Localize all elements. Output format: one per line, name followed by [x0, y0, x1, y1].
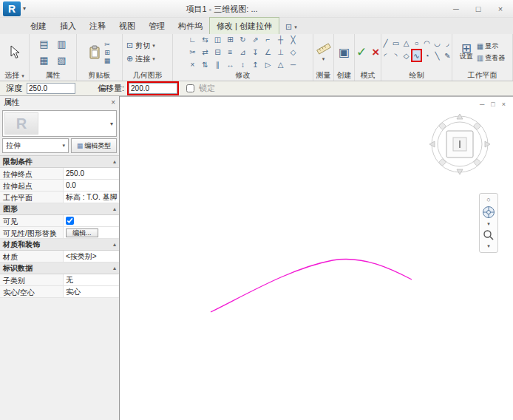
modify-tool-icon[interactable]: ↧ [250, 47, 261, 58]
property-value[interactable]: 无 [64, 274, 119, 285]
section-identity-data[interactable]: 标识数据 ▴ [0, 262, 119, 274]
modify-tool-icon[interactable]: ⊿ [237, 47, 248, 58]
modify-tool-icon[interactable]: ┼ [275, 34, 286, 45]
modify-tool-icon[interactable]: ⇅ [200, 59, 211, 70]
modify-tool-icon[interactable]: ↔ [225, 59, 236, 70]
tab-create[interactable]: 创建 [24, 18, 53, 34]
modify-tool-icon[interactable]: ∠ [262, 47, 274, 58]
property-value[interactable]: 标高 : T.O. 基脚 [64, 192, 119, 203]
minimize-button[interactable]: ─ [445, 1, 467, 17]
rectangle-tool[interactable]: ▭ [391, 37, 401, 49]
line-tool[interactable]: ╱ [381, 37, 390, 49]
section-graphics[interactable]: 图形 ▴ [0, 203, 119, 215]
modify-tool-icon[interactable]: ∥ [212, 59, 223, 70]
arc-tool[interactable]: ◝ [391, 50, 401, 61]
center-arc-tool[interactable]: ◡ [432, 37, 442, 49]
family-category-icon[interactable]: ▧ [53, 52, 71, 69]
close-button[interactable]: × [489, 1, 512, 17]
lock-checkbox[interactable] [186, 84, 194, 92]
sketch-tool[interactable]: ✎ [443, 50, 452, 61]
depth-input[interactable] [27, 83, 75, 94]
tab-component-dock[interactable]: 构件坞 [171, 18, 209, 34]
viewer-button[interactable]: ▥ 查看器 [477, 53, 505, 63]
cancel-edit-mode-button[interactable]: × [372, 45, 379, 60]
cut-geometry-button[interactable]: ⊡ 剪切 ▾ [126, 41, 155, 51]
match-type-icon[interactable]: ▦ [104, 57, 111, 64]
properties-palette-icon[interactable]: ▤ [35, 36, 53, 52]
copy-icon[interactable]: ⊞ [104, 49, 110, 56]
modify-tool-icon[interactable]: ─ [288, 59, 299, 70]
modify-tool-icon[interactable]: ↻ [237, 34, 248, 45]
view-cube[interactable] [429, 113, 491, 175]
finish-edit-mode-button[interactable]: ✓ [356, 44, 367, 60]
chevron-down-icon[interactable]: ▾ [487, 221, 490, 227]
maximize-button[interactable]: □ [467, 1, 489, 17]
modify-tool-icon[interactable]: ◇ [288, 47, 299, 58]
modify-tool-icon[interactable]: ⊞ [225, 34, 236, 45]
close-panel-icon[interactable]: × [111, 98, 115, 106]
set-workplane-button[interactable]: ⊞ 设置 [460, 45, 473, 60]
view-close-button[interactable]: × [502, 101, 506, 108]
modify-tool-icon[interactable]: ↥ [250, 59, 261, 70]
view-restore-button[interactable]: □ [491, 101, 495, 108]
property-value[interactable]: 实心 [64, 286, 119, 297]
visible-checkbox[interactable] [66, 217, 74, 225]
modify-tool-icon[interactable]: ◫ [212, 34, 223, 45]
polygon-tool[interactable]: △ [401, 37, 411, 49]
nav-dot-button[interactable]: ○ [486, 197, 490, 203]
join-geometry-button[interactable]: ⊕ 连接 ▾ [126, 54, 155, 64]
paste-icon[interactable] [89, 45, 101, 60]
steering-wheel-button[interactable] [482, 206, 495, 219]
tab-manage[interactable]: 管理 [142, 18, 171, 34]
drawing-canvas[interactable]: ─ □ × ○ [120, 96, 513, 420]
view-minimize-button[interactable]: ─ [480, 101, 484, 108]
instance-properties-icon[interactable]: ▦ [35, 52, 53, 69]
chevron-down-icon[interactable]: ▾ [322, 56, 325, 62]
modify-tool-icon[interactable]: ⌐ [262, 34, 274, 45]
property-value[interactable]: 0.0 [64, 180, 119, 191]
partial-ellipse-tool[interactable]: ◔ [422, 50, 432, 61]
modify-tool-icon[interactable]: ⇄ [200, 47, 211, 58]
pick-lines-tool[interactable]: ╲ [432, 50, 442, 61]
type-properties-icon[interactable]: ▥ [53, 36, 71, 52]
tab-insert[interactable]: 插入 [53, 18, 83, 34]
start-end-arc-tool[interactable]: ◠ [422, 37, 432, 49]
panel-label-select[interactable]: 选择 ▾ [0, 70, 29, 81]
create-group-icon[interactable]: ▣ [339, 45, 350, 59]
spline-tool[interactable]: ∿ [412, 50, 421, 61]
tangent-arc-tool[interactable]: ◞ [443, 37, 452, 49]
edit-type-button[interactable]: ▦ 编辑类型 [71, 138, 117, 153]
modify-tool-icon[interactable]: × [187, 59, 198, 70]
modify-tool-icon[interactable]: ↕ [237, 59, 248, 70]
type-selector[interactable]: R ▾ [2, 110, 117, 137]
modify-tool-icon[interactable]: ⊟ [212, 47, 223, 58]
modify-tool-icon[interactable]: ⇗ [250, 34, 261, 45]
zoom-button[interactable] [483, 229, 495, 241]
modify-tool-icon[interactable]: ∟ [187, 34, 198, 45]
modify-tool-icon[interactable]: ⇆ [200, 34, 211, 45]
section-materials[interactable]: 材质和装饰 ▴ [0, 239, 119, 251]
property-value[interactable]: 250.0 [64, 168, 119, 179]
tab-annotate[interactable]: 注释 [83, 18, 112, 34]
modify-tool-icon[interactable]: △ [275, 59, 286, 70]
property-value[interactable]: <按类别> [64, 251, 119, 262]
section-constraints[interactable]: 限制条件 ▴ [0, 156, 119, 168]
ellipse-tool[interactable]: ◇ [401, 50, 411, 61]
circle-tool[interactable]: ○ [412, 37, 421, 49]
fillet-arc-tool[interactable]: ◜ [381, 50, 390, 61]
cut-icon[interactable]: ✂ [104, 41, 110, 48]
modify-tool-icon[interactable]: ▷ [262, 59, 274, 70]
tab-view[interactable]: 视图 [112, 18, 142, 34]
modify-tool-icon[interactable]: ⊥ [275, 47, 286, 58]
chevron-down-icon[interactable]: ▾ [487, 243, 490, 249]
modify-tool-icon[interactable]: ≡ [225, 47, 236, 58]
show-workplane-button[interactable]: ▦ 显示 [477, 41, 505, 51]
modify-tool-icon[interactable]: ✂ [187, 47, 198, 58]
selection-filter-dropdown[interactable]: 拉伸 ▾ [2, 138, 69, 153]
measure-icon[interactable] [316, 42, 331, 55]
edit-visibility-button[interactable]: 编辑... [66, 228, 98, 237]
tab-modify-create-extrusion[interactable]: 修改 | 创建拉伸 [209, 17, 279, 34]
offset-input[interactable] [129, 83, 177, 94]
modify-tool-icon[interactable]: ╳ [288, 34, 299, 45]
ribbon-options-button[interactable]: ⊡ ▾ [279, 20, 303, 34]
